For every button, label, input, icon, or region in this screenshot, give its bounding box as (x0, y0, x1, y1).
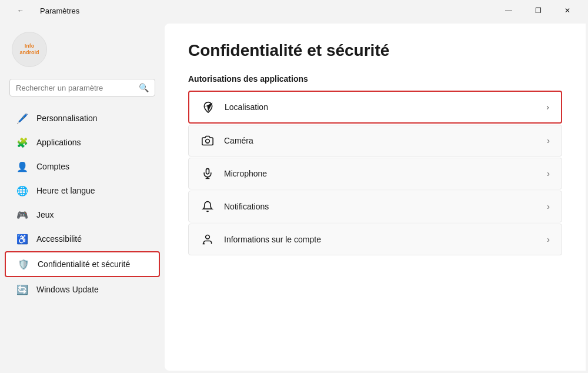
chevron-right-notifications: › (547, 202, 550, 211)
page-title: Confidentialité et sécurité (188, 41, 562, 60)
chevron-right-microphone: › (547, 169, 550, 178)
sidebar-item-jeux[interactable]: 🎮 Jeux (5, 203, 160, 227)
close-button[interactable]: ✕ (554, 2, 581, 19)
confidentialite-icon: 🛡️ (18, 258, 29, 270)
sidebar-item-label-personnalisation: Personnalisation (36, 114, 98, 123)
setting-item-localisation[interactable]: Localisation › (188, 91, 562, 124)
sidebar-logo: Infoandroid (0, 27, 165, 79)
setting-label-localisation: Localisation (225, 102, 537, 112)
sidebar-item-label-confidentialite: Confidentialité et sécurité (38, 259, 130, 269)
setting-label-camera: Caméra (224, 136, 537, 145)
sidebar-item-confidentialite[interactable]: 🛡️ Confidentialité et sécurité (5, 251, 160, 277)
setting-item-camera[interactable]: Caméra › (188, 125, 562, 156)
title-bar: ← Paramètres — ❐ ✕ (0, 0, 588, 21)
search-box[interactable]: 🔍 (9, 79, 155, 96)
personnalisation-icon: 🖊️ (16, 112, 28, 124)
jeux-icon: 🎮 (16, 209, 28, 221)
sidebar-item-windows-update[interactable]: 🔄 Windows Update (5, 278, 160, 301)
sidebar-item-label-jeux: Jeux (36, 210, 54, 219)
setting-label-compte: Informations sur le compte (224, 235, 537, 244)
sidebar-item-label-heure-langue: Heure et langue (36, 186, 95, 195)
compte-icon (201, 232, 215, 247)
sidebar-item-personnalisation[interactable]: 🖊️ Personnalisation (5, 106, 160, 130)
sidebar-item-heure-langue[interactable]: 🌐 Heure et langue (5, 179, 160, 202)
setting-item-notifications[interactable]: Notifications › (188, 191, 562, 222)
microphone-icon (201, 166, 215, 181)
sidebar-item-label-windows-update: Windows Update (36, 285, 99, 294)
svg-point-1 (206, 139, 210, 144)
sidebar-item-label-applications: Applications (36, 138, 81, 147)
notifications-icon (201, 199, 215, 214)
sidebar-item-applications[interactable]: 🧩 Applications (5, 131, 160, 154)
sidebar-item-label-comptes: Comptes (36, 162, 69, 171)
sidebar-item-accessibilite[interactable]: ♿ Accessibilité (5, 227, 160, 251)
localisation-icon (201, 100, 215, 114)
logo-avatar: Infoandroid (12, 32, 47, 67)
applications-icon: 🧩 (16, 136, 28, 148)
camera-icon (201, 134, 215, 148)
section-title: Autorisations des applications (188, 74, 562, 84)
sidebar: Infoandroid 🔍 🖊️ Personnalisation 🧩 Appl… (0, 21, 165, 373)
setting-item-microphone[interactable]: Microphone › (188, 158, 562, 189)
setting-label-notifications: Notifications (224, 202, 537, 211)
sidebar-item-label-accessibilite: Accessibilité (36, 234, 82, 244)
search-icon: 🔍 (139, 83, 149, 92)
heure-langue-icon: 🌐 (16, 185, 28, 197)
sidebar-nav: 🖊️ Personnalisation 🧩 Applications 👤 Com… (0, 106, 165, 302)
search-input[interactable] (16, 84, 134, 92)
back-button[interactable]: ← (7, 2, 34, 19)
chevron-right-compte: › (547, 235, 550, 244)
sidebar-item-comptes[interactable]: 👤 Comptes (5, 155, 160, 178)
title-bar-left: ← Paramètres (7, 2, 79, 19)
accessibilite-icon: ♿ (16, 233, 28, 245)
svg-point-5 (206, 235, 210, 239)
app-container: Infoandroid 🔍 🖊️ Personnalisation 🧩 Appl… (0, 21, 588, 373)
title-bar-title: Paramètres (40, 6, 79, 15)
title-bar-controls: — ❐ ✕ (495, 2, 581, 19)
comptes-icon: 👤 (16, 161, 28, 172)
setting-item-compte[interactable]: Informations sur le compte › (188, 224, 562, 255)
main-panel: Confidentialité et sécurité Autorisation… (165, 24, 586, 371)
setting-label-microphone: Microphone (224, 169, 537, 178)
maximize-button[interactable]: ❐ (524, 2, 552, 19)
windows-update-icon: 🔄 (16, 284, 28, 295)
minimize-button[interactable]: — (495, 2, 522, 19)
svg-rect-2 (206, 169, 209, 174)
settings-list: Localisation › Caméra › (188, 91, 562, 255)
chevron-right-localisation: › (546, 102, 549, 112)
chevron-right-camera: › (547, 136, 550, 145)
